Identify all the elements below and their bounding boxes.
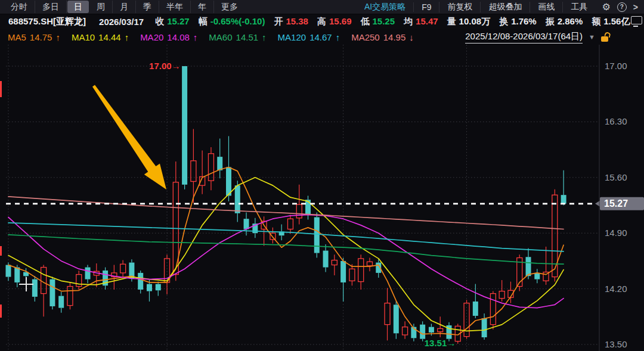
tab-month[interactable]: 月 <box>113 1 136 13</box>
quote-field-amplitude: 振2.86% <box>546 16 583 27</box>
ma-item-ma60: MA6014.51↑ <box>209 32 266 42</box>
quote-bar: 688575.SH[亚辉龙] 2026/03/17 收15.27幅-0.65%(… <box>0 14 644 29</box>
chevron-down-icon[interactable]: ▼ <box>589 33 595 41</box>
ma-label-ma20: MA20 <box>140 32 163 42</box>
quote-label-low: 低 <box>361 16 370 27</box>
y-axis-tick: 17.00 <box>605 61 627 71</box>
ma-value-ma5: 14.75 <box>30 32 52 42</box>
toolbar-actions: AI交易策略F9前复权超级叠加画线工具 ⚙ ? > <box>357 0 640 14</box>
y-axis-tick: 14.90 <box>605 228 627 238</box>
ma-item-ma250: MA25014.95↓ <box>351 32 414 42</box>
ma-trend-arrow-ma10: ↑ <box>125 32 129 42</box>
help-icon[interactable]: ? <box>617 2 627 12</box>
ma-line-ma20 <box>8 215 564 308</box>
tab-minute[interactable]: 分时 <box>4 1 35 13</box>
ma-value-ma60: 14.51 <box>236 32 259 42</box>
quote-field-amount: 额1.56亿 <box>592 16 630 27</box>
ma-label-ma60: MA60 <box>209 32 232 42</box>
ma-trend-arrow-ma120: ↑ <box>336 32 340 42</box>
quote-field-avg: 均15.47 <box>404 16 438 27</box>
gear-icon[interactable]: ⚙ <box>602 2 610 12</box>
quote-date: 2026/03/17 <box>99 17 144 27</box>
low-price-annotation: 13.51→ <box>425 338 456 348</box>
button-forward-adjust[interactable]: 前复权 <box>439 2 480 13</box>
high-price-annotation: 17.00→ <box>149 61 181 71</box>
tab-multi-day[interactable]: 多日 <box>35 1 67 13</box>
quote-label-turnover: 换 <box>499 16 508 27</box>
ma-label-ma5: MA5 <box>8 32 26 42</box>
ma-trend-arrow-ma5: ↑ <box>55 32 60 42</box>
chevron-right-icon[interactable]: > <box>633 2 638 12</box>
quote-field-close: 收15.27 <box>155 16 190 27</box>
ma-label-ma10: MA10 <box>72 32 95 42</box>
ma-line-ma10 <box>8 178 564 331</box>
lock-icon[interactable] <box>601 32 609 42</box>
ma-line-ma60 <box>8 235 564 264</box>
quote-field-change: 幅-0.65%(-0.10) <box>199 16 265 27</box>
ma-value-ma10: 14.44 <box>98 32 121 42</box>
quote-value-change: -0.65%(-0.10) <box>210 16 265 27</box>
ma-trend-arrow-ma250: ↓ <box>409 32 414 42</box>
tab-quarter[interactable]: 季 <box>136 1 159 13</box>
ma-value-ma20: 14.08 <box>167 32 190 42</box>
ma-item-ma120: MA12014.67↑ <box>278 32 340 42</box>
quote-field-turnover: 换1.76% <box>499 16 537 27</box>
tab-week[interactable]: 周 <box>89 1 113 13</box>
date-range-control: 2025/12/08-2026/03/17(64日) ▼ <box>465 31 609 44</box>
y-axis-tick: 15.60 <box>605 172 627 182</box>
candlestick-chart[interactable]: 17.0016.3015.6014.9014.2013.5015.2717.00… <box>0 45 644 351</box>
quote-field-high: 高15.69 <box>317 16 352 27</box>
ma-value-ma120: 14.67 <box>309 32 332 42</box>
quote-value-low: 15.25 <box>373 16 395 27</box>
chart-canvas[interactable]: 17.0016.3015.6014.9014.2013.5015.2717.00… <box>0 45 644 351</box>
y-axis-tick: 16.30 <box>605 116 627 126</box>
quote-field-open: 开15.38 <box>274 16 308 27</box>
quote-label-amplitude: 振 <box>546 16 555 27</box>
quote-label-open: 开 <box>274 16 283 27</box>
quote-value-open: 15.38 <box>286 16 308 27</box>
stock-symbol: 688575.SH[亚辉龙] <box>8 16 86 27</box>
ma-item-ma5: MA514.75↑ <box>8 32 60 42</box>
ma-item-ma10: MA1014.44↑ <box>72 32 129 42</box>
quote-label-amount: 额 <box>592 16 600 27</box>
tab-half-year[interactable]: 半年 <box>159 1 191 13</box>
tab-day[interactable]: 日 <box>67 1 89 13</box>
period-tabs: 分时多日日周月季半年年更多 <box>4 0 245 14</box>
button-tools[interactable]: 工具 <box>562 2 595 13</box>
y-axis-tick: 13.50 <box>605 339 627 349</box>
tab-year[interactable]: 年 <box>191 1 214 13</box>
button-f9[interactable]: F9 <box>413 2 439 12</box>
quote-field-volume: 量10.08万 <box>447 16 491 27</box>
date-range[interactable]: 2025/12/08-2026/03/17(64日) <box>465 31 583 44</box>
quote-value-amplitude: 2.86% <box>558 16 583 27</box>
ma-trend-arrow-ma60: ↑ <box>262 32 267 42</box>
quote-fields: 收15.27幅-0.65%(-0.10)开15.38高15.69低15.25均1… <box>155 16 630 27</box>
quote-label-avg: 均 <box>404 16 413 27</box>
quote-label-high: 高 <box>317 16 326 27</box>
quote-value-high: 15.69 <box>329 16 352 27</box>
ma-label-ma250: MA250 <box>351 32 380 42</box>
period-tabbar: 分时多日日周月季半年年更多 AI交易策略F9前复权超级叠加画线工具 ⚙ ? > <box>0 0 644 14</box>
quote-value-amount: 1.56亿 <box>603 16 630 27</box>
quote-field-low: 低15.25 <box>361 16 395 27</box>
quote-label-close: 收 <box>155 16 164 27</box>
monitor-icon[interactable] <box>631 16 642 24</box>
drawn-arrow-annotation[interactable] <box>92 85 166 190</box>
current-price-label: 15.27 <box>604 198 628 209</box>
ma-line-ma120 <box>8 223 564 251</box>
ma-line-ma250 <box>8 197 564 229</box>
quote-value-avg: 15.47 <box>416 16 438 27</box>
button-draw-line[interactable]: 画线 <box>530 2 562 13</box>
tab-more[interactable]: 更多 <box>214 1 245 13</box>
quote-value-turnover: 1.76% <box>511 16 537 27</box>
quote-value-close: 15.27 <box>167 16 190 27</box>
ma-item-ma20: MA2014.08↑ <box>140 32 197 42</box>
quote-label-volume: 量 <box>447 16 456 27</box>
ma-bar: MA514.75↑MA1014.44↑MA2014.08↑MA6014.51↑M… <box>0 29 644 45</box>
ma-label-ma120: MA120 <box>278 32 306 42</box>
button-super-overlay[interactable]: 超级叠加 <box>480 2 530 13</box>
quote-label-change: 幅 <box>199 16 208 27</box>
ma-items: MA514.75↑MA1014.44↑MA2014.08↑MA6014.51↑M… <box>8 32 414 42</box>
button-ai-strategy[interactable]: AI交易策略 <box>357 2 413 13</box>
ma-line-ma5 <box>8 167 564 336</box>
